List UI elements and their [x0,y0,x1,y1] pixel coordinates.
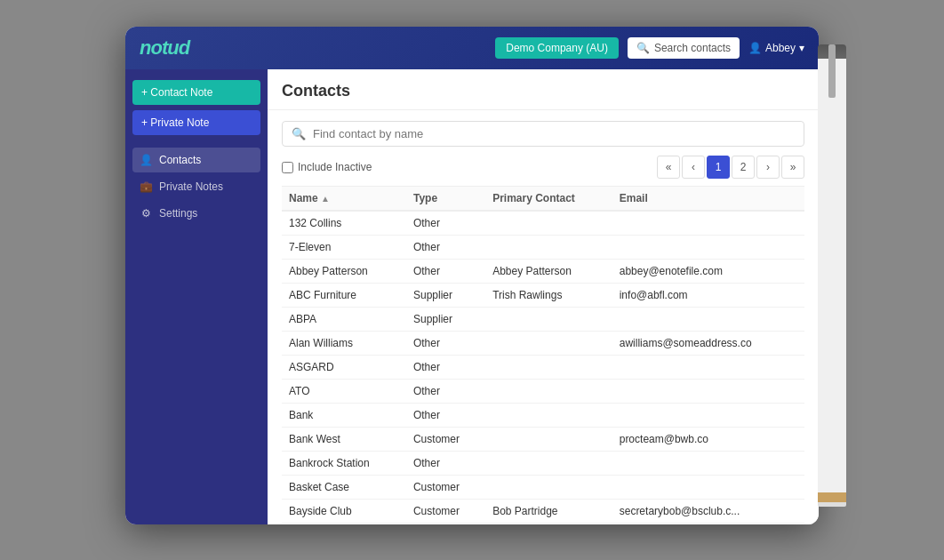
chevron-down-icon: ▾ [799,42,804,54]
contact-note-button[interactable]: + Contact Note [132,80,260,105]
page-title: Contacts [282,82,804,100]
sidebar-item-private-notes[interactable]: 💼 Private Notes [132,174,260,199]
cell-email [612,452,804,476]
cell-type: Supplier [406,308,485,332]
cell-type: Other [406,332,485,356]
cell-email: secretarybob@bsclub.c... [612,500,804,524]
cell-email [612,308,804,332]
sidebar: + Contact Note + Private Note 👤 Contacts… [125,69,268,524]
cell-email [612,404,804,428]
cell-type: Other [406,211,485,236]
cell-type: Customer [406,500,485,524]
sidebar-nav: 👤 Contacts 💼 Private Notes ⚙ Settings [132,148,260,226]
table-row[interactable]: Bank WestCustomerprocteam@bwb.co [282,428,804,452]
table-row[interactable]: ATOOther [282,380,804,404]
table-row[interactable]: 132 CollinsOther [282,211,804,236]
cell-type: Other [406,260,485,284]
cell-primary_contact [485,428,612,452]
pagination-next[interactable]: › [756,156,780,179]
cell-primary_contact [485,236,612,260]
cell-name: ABC Furniture [282,284,406,308]
cell-primary_contact: Abbey Patterson [485,260,612,284]
pagination-first[interactable]: « [657,156,680,179]
cell-primary_contact [485,476,612,500]
main-layout: + Contact Note + Private Note 👤 Contacts… [125,69,819,524]
app-logo: notud [140,36,189,60]
pagination: « ‹ 1 2 › » [657,156,804,179]
cell-primary_contact: Bob Partridge [485,500,612,524]
cell-name: Bankrock Station [282,452,406,476]
table-row[interactable]: Abbey PattersonOtherAbbey Pattersonabbey… [282,260,804,284]
cell-name: 7-Eleven [282,236,406,260]
demo-company-button[interactable]: Demo Company (AU) [495,37,619,59]
cell-name: ABPA [282,308,406,332]
cell-primary_contact [485,404,612,428]
cell-name: Bank West [282,428,406,452]
table-row[interactable]: ABC FurnitureSupplierTrish Rawlingsinfo@… [282,284,804,308]
search-icon: 🔍 [292,127,306,140]
cell-email [612,356,804,380]
user-icon: 👤 [748,42,762,54]
pagination-prev[interactable]: ‹ [682,156,705,179]
cell-type: Supplier [406,284,485,308]
cell-primary_contact [485,380,612,404]
cell-primary_contact [485,211,612,236]
private-notes-icon: 💼 [140,180,152,193]
table-row[interactable]: Bayside ClubCustomerBob Partridgesecreta… [282,500,804,524]
table-row[interactable]: Basket CaseCustomer [282,476,804,500]
cell-email [612,380,804,404]
user-menu[interactable]: 👤 Abbey ▾ [748,42,804,54]
cell-type: Customer [406,476,485,500]
cell-primary_contact [485,452,612,476]
private-note-button[interactable]: + Private Note [132,110,260,135]
cell-name: Bayside Club [282,500,406,524]
table-row[interactable]: Bankrock StationOther [282,452,804,476]
sidebar-item-settings[interactable]: ⚙ Settings [132,201,260,226]
cell-type: Other [406,404,485,428]
toolbar-row: Include Inactive « ‹ 1 2 › » [282,156,804,179]
cell-name: ASGARD [282,356,406,380]
table-row[interactable]: 7-ElevenOther [282,236,804,260]
include-inactive-checkbox[interactable] [282,162,293,173]
table-row[interactable]: ASGARDOther [282,356,804,380]
cell-email: info@abfl.com [612,284,804,308]
search-icon: 🔍 [636,42,650,54]
cell-type: Other [406,380,485,404]
table-row[interactable]: Alan WilliamsOtherawilliams@someaddress.… [282,332,804,356]
table-row[interactable]: BankOther [282,404,804,428]
col-type[interactable]: Type [406,187,485,212]
cell-type: Customer [406,428,485,452]
table-row[interactable]: ABPASupplier [282,308,804,332]
cell-email: procteam@bwb.co [612,428,804,452]
pagination-page2[interactable]: 2 [732,156,755,179]
contacts-icon: 👤 [140,154,152,166]
pagination-page1[interactable]: 1 [707,156,730,179]
cell-name: 132 Collins [282,211,406,236]
cell-type: Other [406,356,485,380]
col-name[interactable]: Name ▲ [282,187,406,212]
cell-primary_contact: Trish Rawlings [485,284,612,308]
top-navigation: notud Demo Company (AU) 🔍 Search contact… [125,27,819,69]
col-email[interactable]: Email [612,187,804,212]
sidebar-item-contacts[interactable]: 👤 Contacts [132,148,260,172]
col-primary-contact[interactable]: Primary Contact [485,187,612,212]
search-contacts-button[interactable]: 🔍 Search contacts [628,37,740,59]
cell-name: ATO [282,380,406,404]
cell-primary_contact [485,356,612,380]
pagination-last[interactable]: » [781,156,804,179]
cell-email [612,211,804,236]
cell-email [612,236,804,260]
cell-name: Alan Williams [282,332,406,356]
search-bar: 🔍 [282,121,804,147]
cell-primary_contact [485,308,612,332]
include-inactive-label[interactable]: Include Inactive [282,161,372,173]
cell-name: Abbey Patterson [282,260,406,284]
cell-primary_contact [485,332,612,356]
sort-arrow-icon: ▲ [321,194,330,204]
search-input[interactable] [313,127,795,140]
cell-name: Basket Case [282,476,406,500]
cell-email [612,476,804,500]
cell-type: Other [406,236,485,260]
cell-name: Bank [282,404,406,428]
cell-email: abbey@enotefile.com [612,260,804,284]
